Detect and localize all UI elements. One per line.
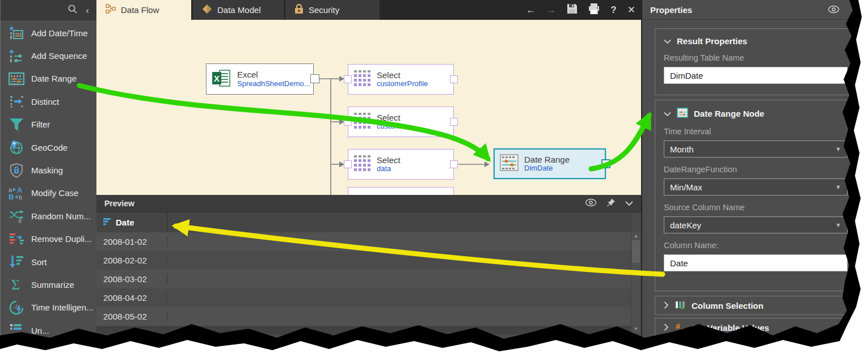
date-range-icon — [677, 108, 688, 120]
sidebar-item-add-datetime[interactable]: Add Date/Time — [1, 22, 97, 44]
scroll-up-icon[interactable]: ▲ — [631, 232, 641, 240]
tab-label: Data Flow — [121, 5, 159, 15]
tab-data-model[interactable]: Data Model — [193, 0, 284, 20]
random-number-icon: # — [8, 208, 25, 224]
node-select-data[interactable]: Selectdata — [348, 149, 454, 180]
field-label: Time Interval — [664, 127, 848, 136]
sidebar-item-date-range[interactable]: Date Range — [1, 67, 97, 90]
properties-title: Properties — [650, 5, 692, 15]
node-select-customerprofile[interactable]: SelectcustomerProfile — [348, 64, 454, 95]
section-header-column-selection[interactable]: Column Selection — [655, 296, 857, 315]
document-tabbar: Data Flow Data Model Security ← → ? ✕ — [96, 0, 641, 20]
scrollbar-thumb[interactable] — [632, 240, 640, 263]
undo-back-button[interactable]: ← — [526, 5, 536, 15]
sidebar-item-remove-duplicates[interactable]: Remove Dupli... — [1, 228, 97, 250]
tab-label: Data Model — [217, 5, 261, 15]
chevron-down-icon: ▼ — [835, 184, 841, 190]
sidebar-item-sort[interactable]: Sort — [1, 250, 97, 273]
section-title: Result Properties — [677, 36, 747, 46]
output-port[interactable] — [450, 75, 458, 83]
date-range-node-icon — [500, 154, 519, 174]
daterangefunction-dropdown[interactable]: Min/Max ▼ — [664, 178, 848, 195]
field-label: Resulting Table Name — [664, 53, 848, 62]
preview-title: Preview — [104, 199, 134, 208]
sidebar-item-masking[interactable]: Masking — [1, 159, 97, 181]
sidebar-item-modify-case[interactable]: aABb Modify Case — [1, 182, 97, 205]
svg-text:#: # — [676, 322, 680, 331]
eye-icon[interactable] — [585, 198, 597, 209]
pin-icon[interactable] — [606, 198, 616, 209]
column-header-date[interactable]: Date — [96, 212, 167, 232]
sidebar-item-add-sequence[interactable]: Add Sequence — [1, 44, 97, 67]
time-interval-dropdown[interactable]: Month ▼ — [664, 141, 848, 158]
svg-text:A: A — [17, 186, 23, 194]
tool-list: Add Date/Time Add Sequence Date Range Di… — [1, 22, 97, 342]
eye-icon[interactable] — [828, 5, 840, 16]
output-port[interactable] — [601, 159, 610, 168]
field-label: Column Name: — [664, 241, 848, 250]
source-column-name-dropdown[interactable]: dateKey ▼ — [664, 216, 848, 233]
column-name-input[interactable] — [664, 254, 848, 271]
window-toolbar: ← → ? ✕ — [526, 0, 635, 20]
sidebar-item-random-number[interactable]: # Random Num... — [1, 205, 97, 227]
preview-panel: Preview Date 2008-01-02 2008-02-02 2008-… — [96, 195, 641, 340]
svg-text:Σ: Σ — [11, 277, 20, 292]
chevron-down-icon — [664, 36, 671, 46]
sorted-column-icon — [103, 218, 112, 227]
collapse-preview-icon[interactable] — [625, 198, 633, 209]
section-date-range-node: Date Range Node Time Interval Month ▼ Da… — [655, 100, 857, 291]
sidebar-item-unpivot[interactable]: Un... — [1, 319, 97, 342]
redo-forward-button[interactable]: → — [546, 5, 556, 15]
node-select-partial[interactable] — [348, 187, 454, 195]
masking-icon — [8, 163, 25, 178]
table-cell-date: 2008-04-02 — [96, 293, 167, 303]
output-port[interactable] — [450, 160, 458, 168]
input-port[interactable] — [344, 118, 352, 126]
node-title: Date Range — [524, 155, 570, 164]
chevron-down-icon — [664, 109, 671, 118]
output-port[interactable] — [310, 74, 319, 83]
section-title: Set Variable Values — [692, 323, 769, 333]
distinct-icon — [8, 93, 25, 109]
tab-data-flow[interactable]: Data Flow — [96, 0, 191, 20]
security-lock-icon — [294, 4, 304, 16]
node-date-range-dimdate[interactable]: Date RangeDimDate — [494, 148, 606, 179]
input-port[interactable] — [344, 75, 352, 83]
node-select-customer[interactable]: Selectcustomer... — [348, 107, 454, 137]
help-button[interactable]: ? — [610, 5, 616, 15]
data-flow-canvas[interactable]: X ExcelSpreadhSheetDemo... Selectcustome… — [96, 20, 641, 195]
select-grid-icon — [353, 112, 372, 131]
close-button[interactable]: ✕ — [627, 5, 635, 15]
set-variable-values-icon: #@ — [675, 322, 685, 334]
dropdown-value: Month — [670, 144, 694, 154]
properties-panel: Properties Result Properties Resulting T… — [641, 0, 868, 353]
horizontal-scrollbar[interactable] — [96, 327, 631, 334]
table-row: 2008-03-02 — [96, 270, 631, 289]
tab-security[interactable]: Security — [285, 0, 380, 20]
collapse-sidebar-icon[interactable]: ‹ — [86, 6, 89, 15]
scroll-down-icon[interactable]: ▼ — [631, 325, 641, 333]
svg-text:b: b — [19, 194, 22, 201]
resulting-table-name-input[interactable] — [664, 67, 848, 84]
input-port[interactable] — [344, 160, 352, 168]
chevron-down-icon: ▼ — [835, 146, 841, 152]
column-selection-icon — [675, 300, 685, 312]
print-icon[interactable] — [588, 3, 600, 16]
sidebar-item-filter[interactable]: Filter — [1, 113, 97, 136]
dropdown-value: dateKey — [670, 220, 701, 230]
sidebar-item-geocode[interactable]: GeoCode — [1, 136, 97, 159]
node-excel-source[interactable]: X ExcelSpreadhSheetDemo... — [206, 63, 314, 95]
output-port[interactable] — [450, 118, 458, 126]
vertical-scrollbar[interactable]: ▲ ▼ — [631, 232, 641, 333]
save-icon[interactable] — [567, 3, 578, 16]
section-header-date-range-node[interactable]: Date Range Node — [664, 108, 848, 120]
sidebar-item-label: Summarize — [31, 280, 74, 290]
search-icon[interactable] — [68, 4, 78, 16]
node-title: Select — [377, 70, 428, 80]
sidebar-item-summarize[interactable]: Σ Summarize — [1, 273, 97, 296]
sidebar-item-time-intelligence[interactable]: Time Intelligen... — [1, 296, 97, 319]
section-header-set-variable-values[interactable]: #@ Set Variable Values — [655, 318, 857, 337]
section-header-result-properties[interactable]: Result Properties — [664, 36, 848, 46]
sidebar-item-label: Un... — [31, 326, 49, 335]
sidebar-item-distinct[interactable]: Distinct — [1, 90, 97, 113]
